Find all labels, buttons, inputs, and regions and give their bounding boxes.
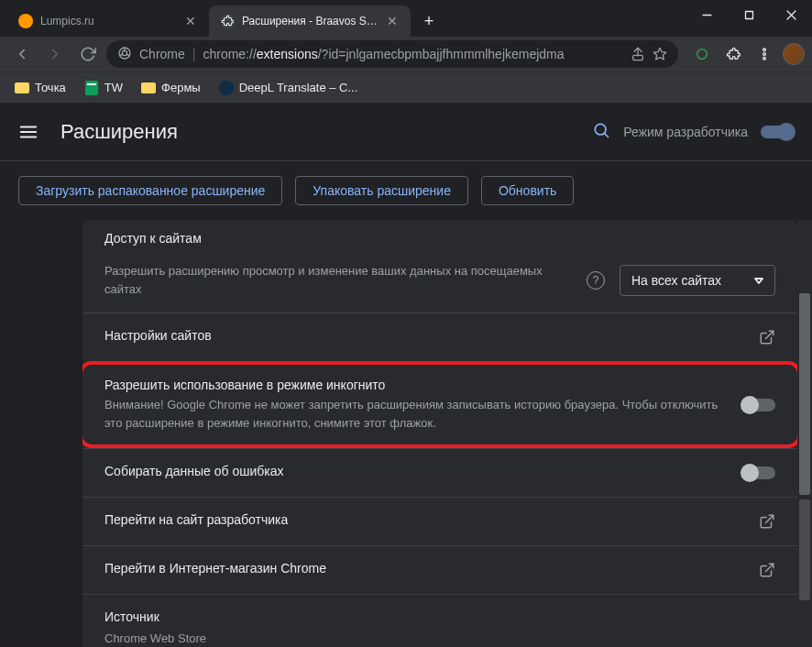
developer-site-row[interactable]: Перейти на сайт разработчика (82, 497, 797, 545)
svg-rect-1 (745, 11, 752, 18)
close-icon[interactable]: ✕ (385, 12, 400, 30)
svg-point-14 (763, 57, 766, 60)
tab-title: Lumpics.ru (40, 15, 176, 27)
minimize-button[interactable] (686, 0, 728, 29)
bookmarks-bar: Точка TW Фермы DeepL Translate – C... (0, 71, 812, 103)
extension-detail-content: Доступ к сайтам Разрешить расширению про… (0, 220, 797, 647)
load-unpacked-button[interactable]: Загрузить распакованное расширение (18, 176, 282, 205)
titlebar: Lumpics.ru ✕ Расширения - Braavos Smart … (0, 0, 812, 37)
hamburger-icon[interactable] (18, 122, 38, 142)
incognito-title: Разрешить использование в режиме инкогни… (104, 378, 728, 392)
reload-button[interactable] (73, 39, 103, 69)
svg-line-21 (766, 331, 774, 338)
scroll-thumb[interactable] (799, 293, 810, 495)
favicon-extension (220, 14, 235, 28)
source-value: Chrome Web Store (104, 631, 206, 645)
tab-lumpics[interactable]: Lumpics.ru ✕ (7, 5, 209, 37)
search-icon[interactable] (592, 121, 610, 143)
site-settings-row[interactable]: Настройки сайтов (82, 313, 797, 361)
share-icon[interactable] (631, 47, 645, 61)
help-icon[interactable]: ? (587, 271, 605, 290)
extension-status-icon[interactable] (689, 41, 715, 67)
svg-line-8 (120, 54, 123, 55)
svg-marker-10 (653, 48, 665, 60)
star-icon[interactable] (653, 47, 667, 61)
pack-button[interactable]: Упаковать расширение (295, 176, 468, 205)
forward-button[interactable] (40, 39, 70, 69)
external-link-icon (759, 562, 775, 578)
svg-line-7 (126, 54, 129, 55)
menu-icon[interactable] (752, 41, 777, 67)
web-store-row[interactable]: Перейти в Интернет-магазин Chrome (82, 545, 797, 594)
chevron-down-icon (754, 276, 763, 285)
source-label: Источник (104, 609, 159, 624)
incognito-desc: Внимание! Google Chrome не может запрети… (104, 396, 728, 432)
browser-toolbar: Chrome | chrome://extensions/?id=jnlgame… (0, 37, 812, 71)
svg-marker-20 (755, 279, 763, 283)
scroll-thumb[interactable] (799, 499, 810, 600)
svg-point-5 (122, 50, 126, 55)
scrollbar[interactable] (797, 220, 812, 647)
bookmark-tochka[interactable]: Точка (7, 77, 73, 99)
update-button[interactable]: Обновить (481, 176, 574, 205)
page-title: Расширения (60, 120, 178, 144)
bookmark-deepl[interactable]: DeepL Translate – C... (212, 77, 366, 99)
url-bar[interactable]: Chrome | chrome://extensions/?id=jnlgame… (106, 40, 678, 68)
svg-line-23 (766, 564, 774, 571)
url-text: chrome://extensions/?id=jnlgamecbpmbajjf… (203, 47, 623, 61)
svg-line-19 (605, 133, 609, 137)
incognito-highlight: Разрешить использование в режиме инкогни… (82, 361, 797, 448)
close-icon[interactable]: ✕ (183, 12, 198, 30)
collect-errors-toggle[interactable] (742, 466, 775, 479)
dev-mode-label: Режим разработчика (623, 125, 748, 139)
bookmark-fermy[interactable]: Фермы (134, 77, 208, 99)
tab-extensions[interactable]: Расширения - Braavos Smart Wa ✕ (209, 5, 411, 37)
external-link-icon (759, 513, 775, 530)
tab-title: Расширения - Braavos Smart Wa (242, 15, 378, 27)
dev-mode-toggle[interactable] (761, 126, 794, 138)
favicon-lumpics (18, 14, 33, 28)
svg-point-12 (763, 49, 766, 51)
site-access-desc: Разрешить расширению просмотр и изменени… (104, 262, 572, 298)
actions-row: Загрузить распакованное расширение Упако… (0, 161, 812, 220)
svg-point-11 (697, 49, 708, 60)
extensions-header: Расширения Режим разработчика (0, 103, 812, 161)
site-access-dropdown[interactable]: На всех сайтах (620, 265, 775, 296)
extensions-icon[interactable] (720, 41, 746, 67)
svg-line-22 (766, 515, 774, 522)
site-access-label: Доступ к сайтам (104, 231, 775, 246)
collect-errors-title: Собирать данные об ошибках (104, 464, 284, 478)
avatar[interactable] (783, 43, 805, 65)
close-window-button[interactable] (770, 0, 812, 29)
bookmark-tw[interactable]: TW (77, 77, 130, 99)
external-link-icon (759, 329, 775, 345)
new-tab-button[interactable]: + (416, 8, 442, 34)
svg-point-13 (763, 53, 766, 56)
window-controls (686, 0, 812, 29)
incognito-toggle[interactable] (742, 399, 775, 411)
url-prefix: Chrome (139, 47, 185, 61)
maximize-button[interactable] (728, 0, 770, 29)
back-button[interactable] (7, 39, 37, 69)
chrome-icon (117, 46, 132, 63)
